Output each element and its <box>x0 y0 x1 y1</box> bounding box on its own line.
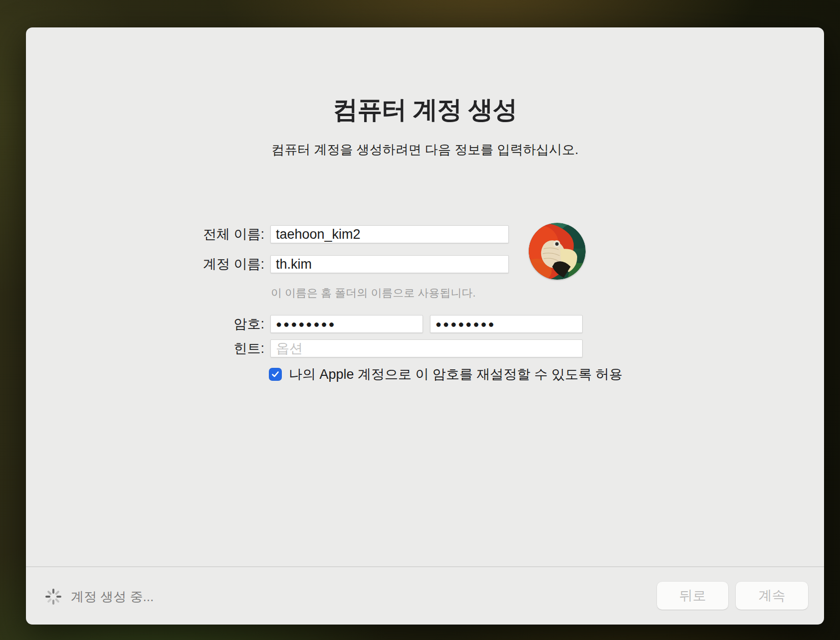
account-name-help: 이 이름은 홈 폴더의 이름으로 사용됩니다. <box>271 286 476 301</box>
parrot-avatar-icon <box>529 223 586 280</box>
page-subtitle: 컴퓨터 계정을 생성하려면 다음 정보를 입력하십시오. <box>26 141 824 159</box>
hint-input[interactable] <box>270 339 583 357</box>
back-button[interactable]: 뒤로 <box>657 582 728 610</box>
password-label: 암호: <box>150 315 264 333</box>
full-name-input[interactable] <box>270 225 509 243</box>
apple-reset-checkbox[interactable] <box>269 368 282 381</box>
account-name-label: 계정 이름: <box>150 255 264 273</box>
apple-reset-checkbox-label: 나의 Apple 계정으로 이 암호를 재설정할 수 있도록 허용 <box>289 367 623 382</box>
continue-button[interactable]: 계속 <box>736 582 808 610</box>
progress-spinner-icon <box>44 588 62 606</box>
status-text: 계정 생성 중... <box>71 589 154 604</box>
footer-divider <box>26 566 824 567</box>
hint-label: 힌트: <box>150 339 264 357</box>
page-title: 컴퓨터 계정 생성 <box>26 93 824 127</box>
account-name-input[interactable] <box>270 255 509 273</box>
setup-assistant-window: 컴퓨터 계정 생성 컴퓨터 계정을 생성하려면 다음 정보를 입력하십시오. 전… <box>26 27 824 625</box>
password-input[interactable] <box>270 315 423 333</box>
checkmark-icon <box>271 370 280 379</box>
full-name-label: 전체 이름: <box>150 225 264 243</box>
user-avatar[interactable] <box>529 223 586 280</box>
password-verify-input[interactable] <box>430 315 583 333</box>
